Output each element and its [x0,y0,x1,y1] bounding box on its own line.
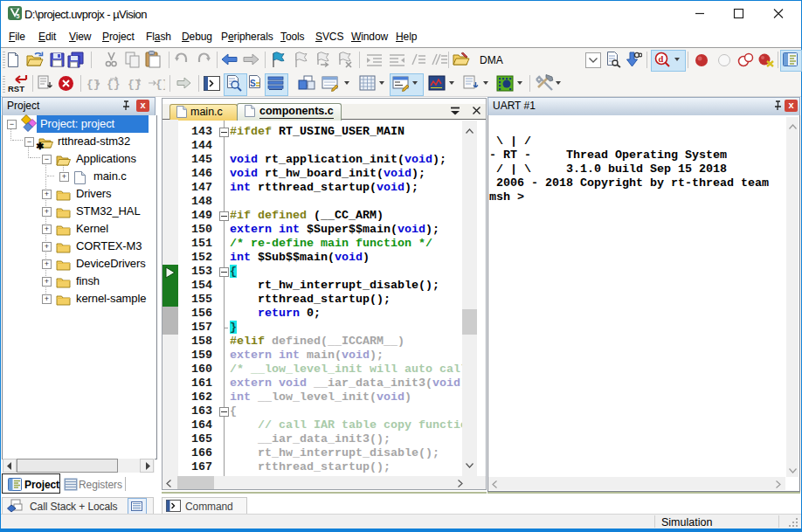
svg-text:d: d [659,54,664,64]
svg-text:5: 5 [17,13,20,19]
svg-text:S: S [250,79,256,88]
svg-text:{}: {} [107,78,121,91]
svg-text:{}: {} [156,78,165,91]
